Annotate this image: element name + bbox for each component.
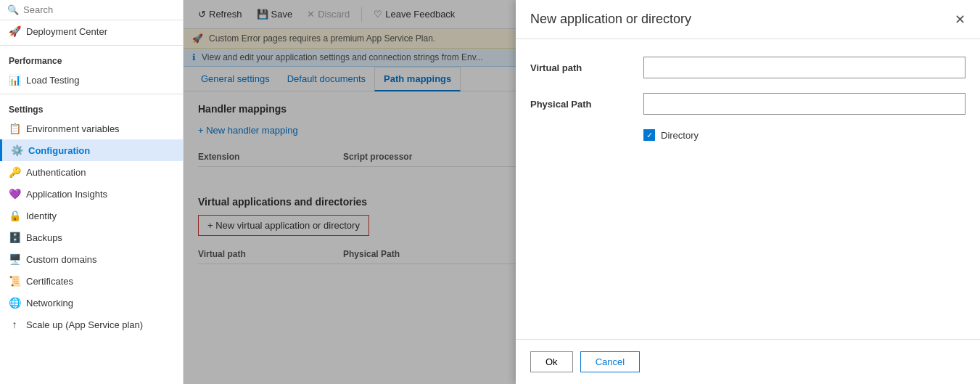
sidebar-item-authentication[interactable]: 🔑 Authentication xyxy=(0,161,183,183)
sidebar-item-label: Scale up (App Service plan) xyxy=(26,319,143,330)
sidebar-item-configuration[interactable]: ⚙️ Configuration xyxy=(0,139,183,161)
sidebar-item-label: Certificates xyxy=(26,276,73,287)
sidebar-item-networking[interactable]: 🌐 Networking xyxy=(0,292,183,314)
backups-icon: 🗄️ xyxy=(9,232,20,243)
sidebar-item-label: Environment variables xyxy=(26,123,120,134)
directory-label: Directory xyxy=(661,130,699,141)
dialog-footer: Ok Cancel xyxy=(516,339,980,384)
sidebar-item-label: Networking xyxy=(26,298,73,309)
identity-icon: 🔒 xyxy=(9,210,20,221)
main-area: ↺ Refresh 💾 Save ✕ Discard ♡ Leave Feedb… xyxy=(184,0,980,384)
certs-icon: 📜 xyxy=(9,275,20,287)
directory-checkbox[interactable]: ✓ xyxy=(643,129,655,141)
sidebar-item-scale-up[interactable]: ↑ Scale up (App Service plan) xyxy=(0,314,183,335)
load-testing-icon: 📊 xyxy=(9,74,20,86)
sidebar-item-label: Configuration xyxy=(28,145,90,156)
physical-path-row: Physical Path xyxy=(530,93,965,115)
networking-icon: 🌐 xyxy=(9,297,20,309)
search-icon: 🔍 xyxy=(7,4,19,15)
sidebar-item-label: Application Insights xyxy=(26,189,107,200)
insights-icon: 💜 xyxy=(9,188,20,200)
auth-icon: 🔑 xyxy=(9,166,20,178)
dialog-overlay: New application or directory ✕ Virtual p… xyxy=(184,0,980,384)
domains-icon: 🖥️ xyxy=(9,253,20,265)
sidebar-divider xyxy=(0,45,183,46)
sidebar-item-label: Load Testing xyxy=(26,75,80,86)
sidebar-item-environment-variables[interactable]: 📋 Environment variables xyxy=(0,118,183,139)
deployment-center-icon: 🚀 xyxy=(9,25,20,37)
sidebar-item-label: Deployment Center xyxy=(26,26,107,37)
dialog-close-button[interactable]: ✕ xyxy=(955,13,965,26)
sidebar-item-backups[interactable]: 🗄️ Backups xyxy=(0,226,183,248)
sidebar-item-identity[interactable]: 🔒 Identity xyxy=(0,205,183,226)
sidebar-item-label: Authentication xyxy=(26,167,86,178)
sidebar-item-label: Custom domains xyxy=(26,254,97,265)
physical-path-label: Physical Path xyxy=(530,99,632,110)
new-app-directory-dialog: New application or directory ✕ Virtual p… xyxy=(516,0,980,384)
sidebar-item-certificates[interactable]: 📜 Certificates xyxy=(0,270,183,292)
settings-section-header: Settings xyxy=(0,97,183,118)
env-icon: 📋 xyxy=(9,123,20,134)
physical-path-input[interactable] xyxy=(643,93,965,115)
performance-section-header: Performance xyxy=(0,49,183,69)
config-icon: ⚙️ xyxy=(11,144,22,156)
sidebar-item-deployment-center[interactable]: 🚀 Deployment Center xyxy=(0,20,183,42)
dialog-body: Virtual path Physical Path ✓ Directory xyxy=(516,39,980,339)
sidebar-item-application-insights[interactable]: 💜 Application Insights xyxy=(0,183,183,205)
search-input[interactable] xyxy=(23,4,176,15)
dialog-title: New application or directory xyxy=(530,12,691,27)
sidebar-item-label: Backups xyxy=(26,232,62,243)
sidebar-item-label: Identity xyxy=(26,211,57,221)
sidebar-divider-2 xyxy=(0,94,183,94)
virtual-path-input[interactable] xyxy=(643,57,965,78)
ok-button[interactable]: Ok xyxy=(530,351,573,372)
directory-checkbox-row: ✓ Directory xyxy=(530,129,965,141)
virtual-path-row: Virtual path xyxy=(530,57,965,78)
search-bar[interactable]: 🔍 xyxy=(0,0,183,20)
sidebar-item-load-testing[interactable]: 📊 Load Testing xyxy=(0,69,183,91)
cancel-button[interactable]: Cancel xyxy=(580,351,640,372)
scale-icon: ↑ xyxy=(9,319,20,330)
sidebar-item-custom-domains[interactable]: 🖥️ Custom domains xyxy=(0,248,183,270)
sidebar: 🔍 🚀 Deployment Center Performance 📊 Load… xyxy=(0,0,184,384)
dialog-header: New application or directory ✕ xyxy=(516,0,980,39)
virtual-path-label: Virtual path xyxy=(530,62,632,73)
